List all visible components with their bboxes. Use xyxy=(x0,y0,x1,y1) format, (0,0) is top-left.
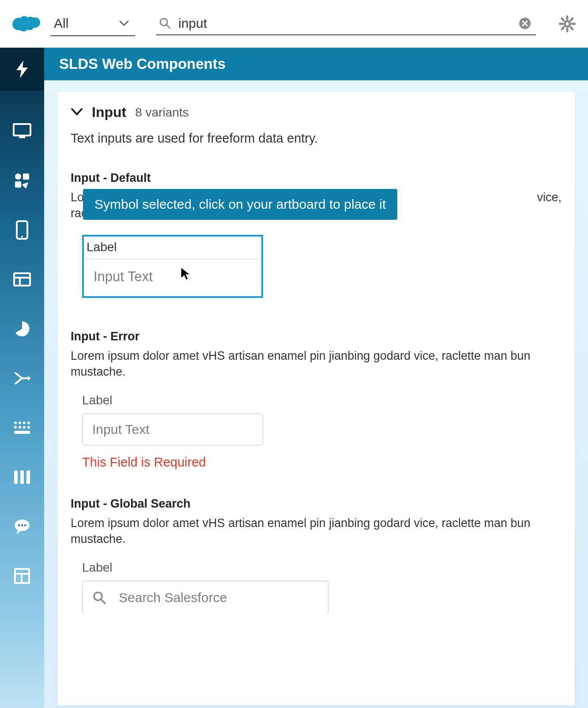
svg-rect-33 xyxy=(26,471,30,484)
sidebar-item-columns[interactable] xyxy=(10,465,34,489)
svg-line-10 xyxy=(571,19,573,20)
svg-point-29 xyxy=(27,426,30,429)
top-bar: All xyxy=(0,0,588,48)
variant-count: 8 variants xyxy=(135,105,188,120)
variant-example: Label Input Text xyxy=(71,235,562,298)
svg-rect-32 xyxy=(20,471,24,484)
variant-title: Input - Error xyxy=(71,330,562,343)
collapse-toggle[interactable] xyxy=(71,108,83,117)
sidebar-item-chat[interactable] xyxy=(10,515,34,539)
input-label: Label xyxy=(82,561,562,575)
search-field[interactable] xyxy=(156,12,536,35)
svg-rect-30 xyxy=(14,431,30,434)
svg-point-14 xyxy=(15,173,21,180)
sidebar-item-apps[interactable] xyxy=(10,169,34,192)
variant-global-search: Input - Global Search Lorem ipsum dolor … xyxy=(71,497,562,614)
svg-line-1 xyxy=(166,25,170,28)
variant-example: Label Input Text This Field is Required xyxy=(82,393,562,470)
input-placeholder: Input Text xyxy=(84,259,261,296)
pie-chart-icon xyxy=(14,320,30,337)
sidebar-item-layout[interactable] xyxy=(10,267,34,291)
filter-label: All xyxy=(54,16,68,31)
error-message: This Field is Required xyxy=(82,455,562,470)
input-label: Label xyxy=(82,393,562,407)
component-description: Text inputs are used for freeform data e… xyxy=(71,131,562,146)
component-panel: Input 8 variants Text inputs are used fo… xyxy=(57,92,575,705)
sidebar-item-grid[interactable] xyxy=(10,416,34,440)
svg-point-18 xyxy=(21,236,23,237)
search-input-field[interactable]: Search Salesforce xyxy=(82,581,328,614)
svg-line-11 xyxy=(562,27,564,29)
input-label: Label xyxy=(84,237,261,259)
svg-point-36 xyxy=(21,524,23,527)
svg-point-22 xyxy=(14,422,17,424)
component-header: Input 8 variants xyxy=(71,104,562,121)
dots-grid-icon xyxy=(14,421,30,434)
sidebar-item-template[interactable] xyxy=(10,564,34,588)
svg-rect-31 xyxy=(14,471,18,484)
phone-icon xyxy=(16,220,28,240)
chevron-down-icon xyxy=(119,20,129,26)
svg-point-24 xyxy=(23,422,26,424)
columns-icon xyxy=(13,470,31,485)
svg-rect-15 xyxy=(23,173,29,180)
variant-description: Lorem ipsum dolor amet vHS artisan ename… xyxy=(71,515,562,547)
variant-example: Label Search Salesforce xyxy=(82,561,562,614)
svg-point-26 xyxy=(14,426,17,429)
variant-title: Input - Default xyxy=(71,171,562,185)
svg-rect-19 xyxy=(14,273,30,286)
component-title: Input xyxy=(92,104,126,121)
template-icon xyxy=(14,568,30,584)
input-placeholder: Input Text xyxy=(92,422,150,437)
close-circle-icon xyxy=(518,17,531,30)
variant-error: Input - Error Lorem ipsum dolor amet vHS… xyxy=(71,330,562,470)
four-shapes-icon xyxy=(14,173,30,188)
monitor-icon xyxy=(13,123,31,139)
variant-default: Input - Default Lo rem ipsum dolor amet … xyxy=(71,171,562,298)
input-placeholder: Search Salesforce xyxy=(119,590,227,605)
svg-rect-12 xyxy=(14,124,30,136)
salesforce-logo xyxy=(12,14,41,34)
svg-point-35 xyxy=(18,524,20,527)
svg-point-23 xyxy=(19,422,21,424)
variant-title: Input - Global Search xyxy=(71,497,562,511)
content-area: SLDS Web Components Input 8 variants Tex… xyxy=(44,48,588,708)
lightning-icon xyxy=(15,60,30,79)
settings-button[interactable] xyxy=(559,15,576,32)
filter-dropdown[interactable]: All xyxy=(50,11,135,36)
sidebar-item-desktop[interactable] xyxy=(10,119,34,143)
sidebar-item-mobile[interactable] xyxy=(10,218,34,242)
svg-point-37 xyxy=(24,524,26,527)
page-title-bar: SLDS Web Components xyxy=(44,48,588,80)
svg-line-42 xyxy=(101,599,105,603)
svg-point-3 xyxy=(565,21,570,26)
chat-icon xyxy=(13,519,31,535)
page-title: SLDS Web Components xyxy=(59,56,226,72)
placement-tooltip: Symbol selected, click on your artboard … xyxy=(83,189,397,220)
svg-rect-16 xyxy=(15,181,21,188)
sidebar-item-integration[interactable] xyxy=(10,366,34,390)
variant-description: Lorem ipsum dolor amet vHS artisan ename… xyxy=(71,348,562,380)
sidebar-item-chart[interactable] xyxy=(10,317,34,341)
input-symbol-selected[interactable]: Label Input Text xyxy=(82,235,263,298)
variant-desc-fragment: vice, xyxy=(537,189,562,205)
clear-search-button[interactable] xyxy=(518,17,531,30)
layout-icon xyxy=(13,272,31,286)
arrows-split-icon xyxy=(13,370,31,386)
svg-line-9 xyxy=(571,27,573,29)
svg-line-8 xyxy=(562,19,564,20)
svg-point-27 xyxy=(19,426,21,429)
variant-desc-fragment: Lo xyxy=(71,191,84,204)
svg-rect-13 xyxy=(19,136,25,138)
input-field[interactable]: Input Text xyxy=(82,414,263,445)
chevron-down-icon xyxy=(71,108,83,116)
svg-point-28 xyxy=(23,426,26,429)
svg-point-25 xyxy=(27,422,30,424)
sidebar xyxy=(0,48,44,708)
search-icon xyxy=(92,591,106,605)
search-input[interactable] xyxy=(178,16,507,31)
sidebar-item-lightning[interactable] xyxy=(0,48,44,91)
gear-icon xyxy=(559,15,576,32)
search-icon xyxy=(159,17,171,30)
